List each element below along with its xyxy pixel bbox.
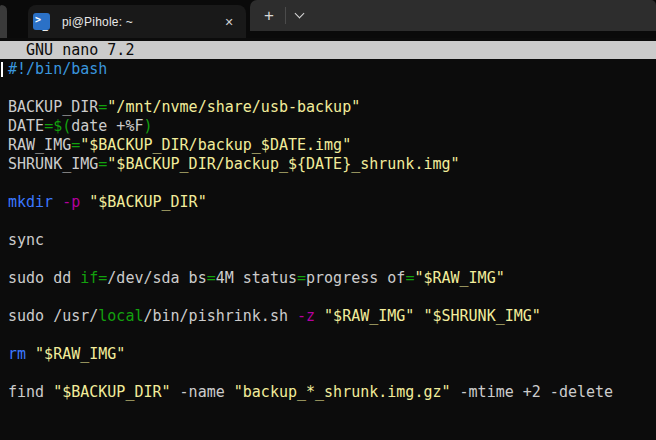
- code-token: =: [71, 136, 80, 154]
- code-line: sync: [8, 231, 656, 250]
- code-token: mkdir: [8, 193, 53, 211]
- code-token: "$BACKUP_DIR": [89, 193, 206, 211]
- code-line: SHRUNK_IMG="$BACKUP_DIR/backup_${DATE}_s…: [8, 155, 656, 174]
- code-token: "$BACKUP_DIR/backup_${DATE}_shrunk.img": [107, 155, 459, 173]
- code-token: ): [143, 117, 152, 135]
- code-line: RAW_IMG="$BACKUP_DIR/backup_$DATE.img": [8, 136, 656, 155]
- code-token: sudo /usr/: [8, 307, 98, 325]
- code-line: [8, 364, 656, 383]
- code-token: SHRUNK_IMG: [8, 155, 98, 173]
- code-token: =: [207, 269, 216, 287]
- tab-title: pi@Pihole: ~: [62, 15, 133, 29]
- code-token: =: [98, 98, 107, 116]
- code-token: DATE: [8, 117, 44, 135]
- tab-divider: [285, 7, 286, 24]
- code-token: [80, 193, 89, 211]
- code-token: [53, 193, 62, 211]
- code-token: local: [98, 307, 143, 325]
- code-token: rm: [8, 345, 26, 363]
- powershell-icon: > _: [33, 13, 50, 30]
- code-line: #!/bin/bash: [8, 60, 656, 79]
- tab-dropdown-button[interactable]: [287, 0, 311, 31]
- code-token: -mtime +2 -delete: [451, 383, 614, 401]
- code-token: sudo dd: [8, 269, 80, 287]
- terminal-viewport[interactable]: GNU nano 7.2 #!/bin/bashBACKUP_DIR="/mnt…: [0, 38, 656, 440]
- chevron-down-icon: [294, 9, 304, 19]
- code-line: [8, 212, 656, 231]
- nano-titlebar: GNU nano 7.2: [0, 41, 656, 59]
- window-corner-fragment: [0, 5, 7, 38]
- code-token: "/mnt/nvme/share/usb-backup": [107, 98, 360, 116]
- code-token: sync: [8, 231, 44, 249]
- text-cursor: [1, 62, 3, 77]
- code-token: RAW_IMG: [8, 136, 71, 154]
- terminal-tab[interactable]: > _ pi@Pihole: ~ ✕: [28, 5, 246, 38]
- code-token: -z: [297, 307, 315, 325]
- code-token: [315, 307, 324, 325]
- new-tab-button[interactable]: +: [254, 1, 284, 30]
- code-line: sudo dd if=/dev/sda bs=4M status=progres…: [8, 269, 656, 288]
- code-token: "$RAW_IMG": [35, 345, 125, 363]
- code-token: if=: [80, 269, 107, 287]
- code-line: [8, 288, 656, 307]
- code-token: 4M status: [216, 269, 297, 287]
- code-token: "$SHRUNK_IMG": [423, 307, 540, 325]
- code-line: DATE=$(date +%F): [8, 117, 656, 136]
- code-token: progress of: [306, 269, 405, 287]
- close-icon[interactable]: ✕: [222, 15, 236, 29]
- code-line: mkdir -p "$BACKUP_DIR": [8, 193, 656, 212]
- code-line: [8, 250, 656, 269]
- code-token: #!/bin/bash: [8, 60, 107, 78]
- code-line: [8, 174, 656, 193]
- code-line: sudo /usr/local/bin/pishrink.sh -z "$RAW…: [8, 307, 656, 326]
- code-token: =$(: [44, 117, 71, 135]
- code-token: /bin/pishrink.sh: [143, 307, 297, 325]
- code-token: =: [297, 269, 306, 287]
- code-token: date +%F: [71, 117, 143, 135]
- code-token: [26, 345, 35, 363]
- script-content: #!/bin/bashBACKUP_DIR="/mnt/nvme/share/u…: [0, 59, 656, 402]
- code-token: BACKUP_DIR: [8, 98, 98, 116]
- titlebar-right-panel: +: [250, 0, 656, 31]
- code-line: rm "$RAW_IMG": [8, 345, 656, 364]
- code-token: -p: [62, 193, 80, 211]
- code-token: "$RAW_IMG": [414, 269, 504, 287]
- code-line: find "$BACKUP_DIR" -name "backup_*_shrun…: [8, 383, 656, 402]
- titlebar[interactable]: > _ pi@Pihole: ~ ✕ +: [0, 0, 656, 38]
- code-line: BACKUP_DIR="/mnt/nvme/share/usb-backup": [8, 98, 656, 117]
- code-token: "$BACKUP_DIR/backup_$DATE.img": [80, 136, 351, 154]
- code-token: -name: [171, 383, 234, 401]
- code-line: [8, 79, 656, 98]
- code-token: /dev/sda bs: [107, 269, 206, 287]
- code-token: =: [98, 155, 107, 173]
- code-token: "$BACKUP_DIR": [53, 383, 170, 401]
- code-token: "$RAW_IMG": [324, 307, 414, 325]
- terminal-window: > _ pi@Pihole: ~ ✕ + GNU nano 7.2 #!/bin…: [0, 0, 656, 440]
- code-line: [8, 326, 656, 345]
- code-token: find: [8, 383, 53, 401]
- code-token: "backup_*_shrunk.img.gz": [234, 383, 451, 401]
